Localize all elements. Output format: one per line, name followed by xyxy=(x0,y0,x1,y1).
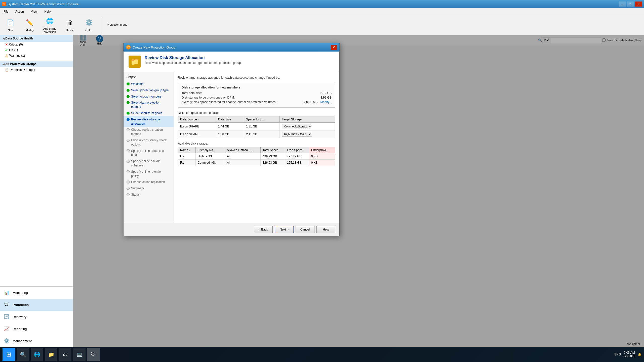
step-select-short-term-goals[interactable]: Select short-term goals xyxy=(124,110,174,116)
taskbar-search[interactable]: 🔍 xyxy=(17,348,29,361)
dialog-header-icon: 📁 xyxy=(129,56,141,68)
ok-label: OK (1) xyxy=(9,48,18,52)
nav-recovery[interactable]: 🔄 Recovery xyxy=(0,311,73,323)
available-row-2: F:\ CommodityS... All 126.93 GB 125.13 G… xyxy=(178,160,335,166)
sidebar-item-ok[interactable]: ✔ OK (1) xyxy=(0,47,73,53)
toolbar: 📄 New ✏️ Modify 🌐 Add online protection … xyxy=(0,15,644,35)
step-choose-consistency-check-options[interactable]: Choose consistency check options xyxy=(124,137,174,148)
critical-label: Critical (0) xyxy=(9,43,23,46)
start-button[interactable]: ⊞ xyxy=(3,348,15,361)
avail-col-name[interactable]: Name ↑ xyxy=(178,147,196,153)
taskbar-store[interactable]: 🗂 xyxy=(59,348,71,361)
dialog-footer: < Back Next > Cancel Help xyxy=(124,223,339,236)
step-sobs-label: Specify online backup schedule xyxy=(131,159,171,168)
avail-col-free[interactable]: Free Space xyxy=(285,147,309,153)
delete-icon: 🗑 xyxy=(65,18,75,28)
sidebar-item-warning[interactable]: ⚠ Warning (1) xyxy=(0,53,73,58)
dialog-close-button[interactable]: ✕ xyxy=(331,45,337,50)
step-select-group-members[interactable]: Select group members xyxy=(124,94,174,100)
details-table: Data Source ↑ Data Size Space To B... Ta… xyxy=(178,116,335,138)
detail-row1-target-select[interactable]: CommodityStorag... High IPOS - 497.82... xyxy=(282,124,312,129)
step-crcm-bullet xyxy=(127,128,130,131)
taskbar: ⊞ 🔍 🌐 📁 🗂 💻 🛡 ENG 9:05 AM 8/3/2016 🔔 xyxy=(0,347,644,362)
disk-storage-value: 3.92 GB xyxy=(306,96,332,99)
detail-row1-space: 1.81 GB xyxy=(244,123,280,130)
app-title: System Center 2016 DPM Administrator Con… xyxy=(8,2,78,6)
table-row: D:\ on SHARE 1.68 GB 2.11 GB CommoditySt… xyxy=(178,130,335,138)
step-select-data-protection-method[interactable]: Select data protection method xyxy=(124,100,174,110)
taskbar-explorer[interactable]: 📁 xyxy=(45,348,57,361)
avail-col-total[interactable]: Total Space xyxy=(261,147,285,153)
available-label: Available disk storage: xyxy=(178,142,335,145)
step-review-disk-storage-allocation[interactable]: Review disk storage allocation xyxy=(124,116,174,127)
modify-button[interactable]: ✏️ Modify xyxy=(22,17,37,33)
col-target-storage[interactable]: Target Storage xyxy=(280,116,335,123)
nav-protection[interactable]: 🛡 Protection xyxy=(0,299,73,311)
close-button[interactable]: ✕ xyxy=(635,2,642,7)
sidebar-item-critical[interactable]: ✖ Critical (0) xyxy=(0,42,73,47)
col-data-size[interactable]: Data Size xyxy=(216,116,244,123)
step-choose-online-replication[interactable]: Choose online replication xyxy=(124,179,174,185)
modify-link[interactable]: Modify... xyxy=(320,100,332,104)
avail-row1-total: 499.93 GB xyxy=(261,153,285,160)
sidebar-item-protection-group-1[interactable]: 📋 Protection Group 1 xyxy=(0,67,73,72)
main-content: ◀ Data Source Health ✖ Critical (0) ✔ OK… xyxy=(0,35,644,347)
step-specify-online-backup-schedule[interactable]: Specify online backup schedule xyxy=(124,158,174,169)
available-row-1: E:\ High IPOS All 499.93 GB 497.82 GB 0 … xyxy=(178,153,335,160)
col-space-to-b[interactable]: Space To B... xyxy=(244,116,280,123)
all-protection-groups-title: All Protection Groups xyxy=(5,62,36,66)
nav-monitoring[interactable]: 📊 Monitoring xyxy=(0,287,73,299)
step-summary-bullet xyxy=(127,187,130,190)
nav-reporting[interactable]: 📈 Reporting xyxy=(0,323,73,335)
delete-button[interactable]: 🗑 Delete xyxy=(62,17,77,33)
help-dialog-button[interactable]: Help xyxy=(316,226,335,233)
avail-row1-free: 497.82 GB xyxy=(285,153,309,160)
menu-view[interactable]: View xyxy=(29,9,39,14)
taskbar-dpm[interactable]: 🛡 xyxy=(87,348,100,361)
create-protection-group-dialog: 🛡 Create New Protection Group ✕ 📁 Review… xyxy=(123,43,340,236)
add-online-protection-button[interactable]: 🌐 Add online protection xyxy=(41,15,58,35)
allocation-title: Disk storage allocation for new members xyxy=(182,86,332,89)
step-select-protection-group-type[interactable]: Select protection group type xyxy=(124,87,174,94)
taskbar-ie[interactable]: 🌐 xyxy=(31,348,43,361)
avail-col-friendly[interactable]: Friendly Na... xyxy=(195,147,225,153)
back-button[interactable]: < Back xyxy=(254,226,273,233)
step-status[interactable]: Status xyxy=(124,192,174,198)
step-specify-online-retention-policy[interactable]: Specify online retention policy xyxy=(124,169,174,179)
next-button[interactable]: Next > xyxy=(275,226,294,233)
minimize-button[interactable]: ─ xyxy=(619,2,626,7)
avail-row1-name: E:\ xyxy=(178,153,196,160)
detail-row1-size: 1.44 GB xyxy=(216,123,244,130)
data-source-health-header[interactable]: ◀ Data Source Health xyxy=(0,35,73,42)
optimize-button[interactable]: ⚙️ Opti... xyxy=(82,17,97,33)
recovery-icon: 🔄 xyxy=(3,313,10,320)
disk-storage-row: Disk storage to be provisioned on DPM: 3… xyxy=(182,96,332,99)
taskbar-powershell[interactable]: 💻 xyxy=(73,348,86,361)
avail-col-allowed[interactable]: Allowed Datasou... xyxy=(225,147,260,153)
cancel-button[interactable]: Cancel xyxy=(296,226,314,233)
step-specify-online-protection-data[interactable]: Specify online protection data xyxy=(124,148,174,158)
avail-col-under[interactable]: Underprovi... xyxy=(309,147,335,153)
all-protection-groups-header[interactable]: ◀ All Protection Groups xyxy=(0,61,73,67)
step-crcm-label: Choose replica creation method xyxy=(131,128,171,136)
menu-help[interactable]: Help xyxy=(43,9,52,14)
nav-management[interactable]: ⚙️ Management xyxy=(0,335,73,347)
col-data-source[interactable]: Data Source ↑ xyxy=(178,116,216,123)
step-choose-replica-creation-method[interactable]: Choose replica creation method xyxy=(124,127,174,137)
content-panel: Review target storage assigned for each … xyxy=(174,72,339,223)
detail-row1-source: E:\ on SHARE xyxy=(178,123,216,130)
taskbar-date-value: 8/3/2016 xyxy=(623,354,635,358)
step-sobs-bullet xyxy=(127,160,130,163)
reporting-label: Reporting xyxy=(13,327,27,331)
taskbar-notification[interactable]: 🔔 xyxy=(638,353,641,356)
step-summary[interactable]: Summary xyxy=(124,185,174,192)
new-button[interactable]: 📄 New xyxy=(3,17,18,33)
maximize-button[interactable]: □ xyxy=(627,2,634,7)
dialog-description: Review disk space allocated in the stora… xyxy=(145,61,242,65)
step-sorp-label: Specify online retention policy xyxy=(131,170,171,178)
new-icon: 📄 xyxy=(6,18,16,28)
detail-row2-target-select[interactable]: CommodityStorag... High IPOS - 497.82... xyxy=(282,132,312,137)
menu-action[interactable]: Action xyxy=(14,9,25,14)
step-welcome[interactable]: Welcome xyxy=(124,81,174,87)
menu-file[interactable]: File xyxy=(2,9,10,14)
